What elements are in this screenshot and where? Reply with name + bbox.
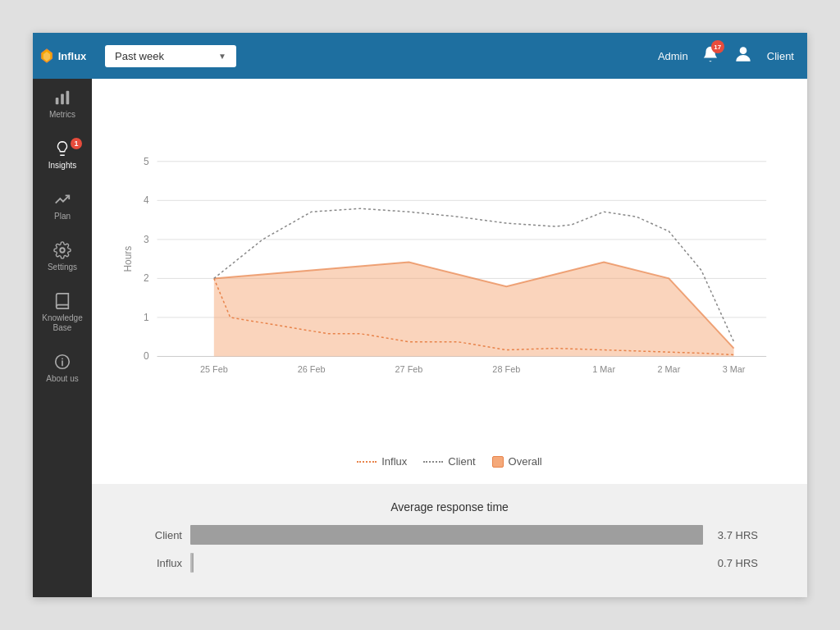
gear-icon	[53, 241, 71, 259]
bar-value-influx: 0.7 HRS	[718, 557, 758, 569]
sidebar-item-insights[interactable]: 1 Insights	[33, 130, 92, 180]
insights-badge: 1	[71, 138, 82, 149]
lightbulb-icon	[53, 139, 71, 158]
chart-area: 5 4 3 2 1 0 Hours 25 Feb 26 Feb 27 Feb 2…	[116, 95, 783, 447]
sidebar-item-about-us-label: About us	[46, 374, 78, 384]
svg-text:3 Mar: 3 Mar	[723, 364, 746, 374]
svg-text:26 Feb: 26 Feb	[298, 364, 326, 374]
period-selector[interactable]: Past week ▼	[105, 45, 236, 67]
svg-point-10	[739, 47, 746, 54]
sidebar-item-settings-label: Settings	[48, 262, 77, 272]
legend-client: Client	[423, 455, 475, 468]
svg-text:1: 1	[144, 312, 149, 323]
logo[interactable]: Influx	[33, 33, 92, 79]
svg-text:5: 5	[144, 156, 149, 167]
sidebar-item-plan-label: Plan	[54, 212, 71, 221]
legend-client-label: Client	[448, 455, 475, 468]
info-icon	[53, 353, 71, 371]
svg-text:3: 3	[144, 234, 149, 245]
line-chart: 5 4 3 2 1 0 Hours 25 Feb 26 Feb 27 Feb 2…	[116, 95, 783, 447]
trending-up-icon	[53, 190, 71, 208]
bar-label-influx: Influx	[141, 557, 182, 569]
sidebar-item-metrics[interactable]: Metrics	[33, 79, 92, 130]
bar-fill-client	[190, 525, 703, 545]
client-label: Client	[767, 50, 794, 62]
svg-text:25 Feb: 25 Feb	[200, 364, 228, 374]
bar-track-client	[190, 525, 703, 545]
notification-bell[interactable]: 17	[701, 45, 719, 66]
bar-value-client: 3.7 HRS	[718, 529, 758, 541]
svg-rect-4	[66, 91, 70, 105]
chart-section: 5 4 3 2 1 0 Hours 25 Feb 26 Feb 27 Feb 2…	[92, 79, 807, 484]
svg-rect-2	[56, 98, 59, 104]
bar-section: Average response time Client 3.7 HRS Inf…	[92, 484, 807, 597]
period-dropdown-arrow: ▼	[218, 52, 226, 61]
admin-label: Admin	[658, 50, 688, 62]
svg-text:4: 4	[144, 194, 149, 206]
svg-text:Hours: Hours	[122, 246, 134, 272]
legend-influx-label: Influx	[381, 455, 407, 468]
header: Past week ▼ Admin 17	[92, 33, 807, 79]
svg-text:2: 2	[144, 272, 149, 284]
bar-fill-influx	[192, 553, 194, 573]
client-line-sample	[423, 461, 443, 463]
svg-point-6	[60, 248, 65, 253]
svg-text:28 Feb: 28 Feb	[492, 364, 520, 374]
sidebar: Influx Metrics 1 Insights	[33, 33, 92, 597]
chart-legend: Influx Client Overall	[116, 447, 783, 476]
sidebar-item-insights-label: Insights	[48, 161, 76, 171]
svg-rect-3	[61, 94, 64, 104]
sidebar-item-knowledge-base[interactable]: Knowledge Base	[33, 282, 92, 343]
period-text: Past week	[115, 50, 212, 62]
book-icon	[53, 292, 71, 310]
legend-overall: Overall	[492, 455, 542, 468]
bar-track-influx	[190, 553, 703, 573]
legend-influx: Influx	[357, 455, 407, 468]
sidebar-item-about-us[interactable]: About us	[33, 343, 92, 394]
influx-line-sample	[357, 461, 377, 463]
sidebar-item-settings[interactable]: Settings	[33, 231, 92, 282]
svg-text:2 Mar: 2 Mar	[657, 364, 680, 374]
legend-overall-label: Overall	[509, 455, 542, 468]
svg-text:27 Feb: 27 Feb	[395, 364, 423, 374]
svg-marker-31	[214, 262, 734, 357]
bar-chart-title: Average response time	[141, 500, 758, 514]
bar-row-influx: Influx 0.7 HRS	[141, 553, 758, 573]
logo-text: Influx	[58, 50, 87, 62]
sidebar-item-metrics-label: Metrics	[49, 110, 75, 120]
main-content: Past week ▼ Admin 17	[92, 33, 807, 597]
bar-row-client: Client 3.7 HRS	[141, 525, 758, 545]
avatar-icon	[733, 43, 754, 65]
svg-text:1 Mar: 1 Mar	[592, 364, 615, 374]
svg-text:0: 0	[144, 350, 149, 362]
bar-label-client: Client	[141, 529, 182, 541]
sidebar-item-plan[interactable]: Plan	[33, 180, 92, 231]
sidebar-item-knowledge-base-label: Knowledge Base	[36, 313, 89, 333]
notification-badge: 17	[711, 40, 724, 53]
bar-chart-icon	[53, 89, 71, 107]
user-avatar[interactable]	[733, 43, 754, 68]
overall-box-sample	[492, 456, 504, 468]
